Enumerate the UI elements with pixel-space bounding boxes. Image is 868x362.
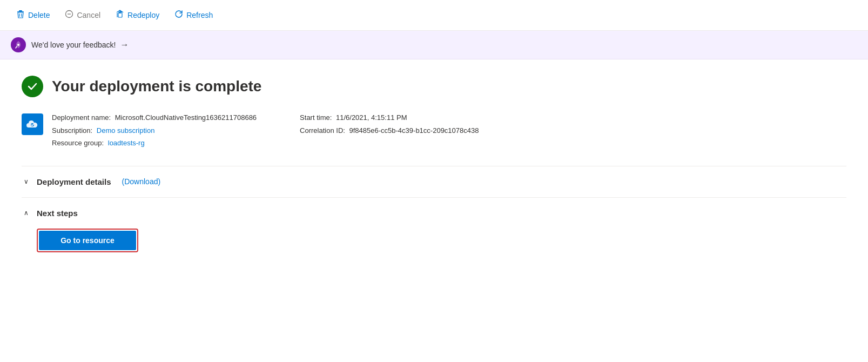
feedback-text: We'd love your feedback! →: [31, 40, 129, 50]
toolbar: Delete Cancel Redeploy: [0, 0, 868, 31]
main-content: Your deployment is complete Deployment n…: [0, 59, 868, 277]
cancel-label: Cancel: [77, 11, 100, 19]
redeploy-button[interactable]: Redeploy: [110, 6, 165, 24]
deployment-details-header[interactable]: ∨ Deployment details (Download): [22, 175, 846, 189]
feedback-arrow: →: [120, 40, 129, 50]
cancel-button[interactable]: Cancel: [59, 6, 106, 24]
deployment-details-left: Deployment name: Microsoft.CloudNativeTe…: [52, 112, 257, 149]
subscription-link[interactable]: Demo subscription: [97, 126, 155, 135]
deployment-name-label: Deployment name:: [52, 113, 111, 122]
next-steps-title: Next steps: [37, 209, 78, 218]
next-steps-header[interactable]: ∧ Next steps: [22, 206, 846, 220]
deployment-header: Your deployment is complete: [22, 76, 846, 97]
delete-icon: [16, 10, 25, 21]
go-to-resource-button[interactable]: Go to resource: [39, 231, 136, 250]
feedback-banner[interactable]: We'd love your feedback! →: [0, 31, 868, 59]
go-to-resource-wrapper: Go to resource: [37, 229, 138, 252]
svg-point-8: [17, 44, 19, 46]
deployment-left-info: Deployment name: Microsoft.CloudNativeTe…: [22, 112, 257, 149]
resource-group-link[interactable]: loadtests-rg: [108, 139, 145, 147]
subscription-row: Subscription: Demo subscription: [52, 125, 257, 136]
feedback-rocket-icon: [11, 37, 26, 52]
delete-label: Delete: [28, 11, 50, 19]
next-steps-content: Go to resource: [22, 220, 846, 252]
resource-cloud-icon: [22, 113, 43, 135]
refresh-icon: [174, 10, 183, 21]
deployment-name-row: Deployment name: Microsoft.CloudNativeTe…: [52, 112, 257, 123]
chevron-down-icon: ∨: [22, 178, 30, 185]
cancel-icon: [65, 10, 73, 21]
subscription-label: Subscription:: [52, 126, 92, 135]
chevron-up-icon: ∧: [22, 209, 30, 217]
redeploy-label: Redeploy: [127, 11, 159, 19]
deployment-title: Your deployment is complete: [52, 78, 261, 95]
success-check-icon: [22, 76, 43, 97]
redeploy-icon: [116, 10, 124, 21]
deployment-details-title: Deployment details: [37, 177, 111, 186]
correlation-id-label: Correlation ID:: [300, 126, 345, 135]
download-link[interactable]: (Download): [122, 177, 161, 186]
svg-rect-1: [17, 11, 24, 12]
correlation-id-value: 9f8485e6-cc5b-4c39-b1cc-209c1078c438: [349, 126, 479, 135]
svg-rect-6: [118, 13, 122, 17]
start-time-label: Start time:: [300, 113, 332, 122]
deployment-info: Deployment name: Microsoft.CloudNativeTe…: [22, 112, 846, 149]
deployment-name-value: Microsoft.CloudNativeTesting163621170868…: [115, 113, 257, 122]
correlation-id-row: Correlation ID: 9f8485e6-cc5b-4c39-b1cc-…: [300, 125, 479, 136]
deployment-details-right: Start time: 11/6/2021, 4:15:11 PM Correl…: [300, 112, 479, 149]
refresh-label: Refresh: [186, 11, 213, 19]
start-time-row: Start time: 11/6/2021, 4:15:11 PM: [300, 112, 479, 123]
deployment-details-section: ∨ Deployment details (Download): [22, 166, 846, 189]
svg-rect-0: [19, 10, 22, 11]
refresh-button[interactable]: Refresh: [169, 6, 218, 24]
start-time-value: 11/6/2021, 4:15:11 PM: [336, 113, 407, 122]
next-steps-section: ∧ Next steps Go to resource: [22, 197, 846, 252]
delete-button[interactable]: Delete: [11, 6, 55, 24]
resource-group-label: Resource group:: [52, 139, 104, 147]
resource-group-row: Resource group: loadtests-rg: [52, 138, 257, 149]
